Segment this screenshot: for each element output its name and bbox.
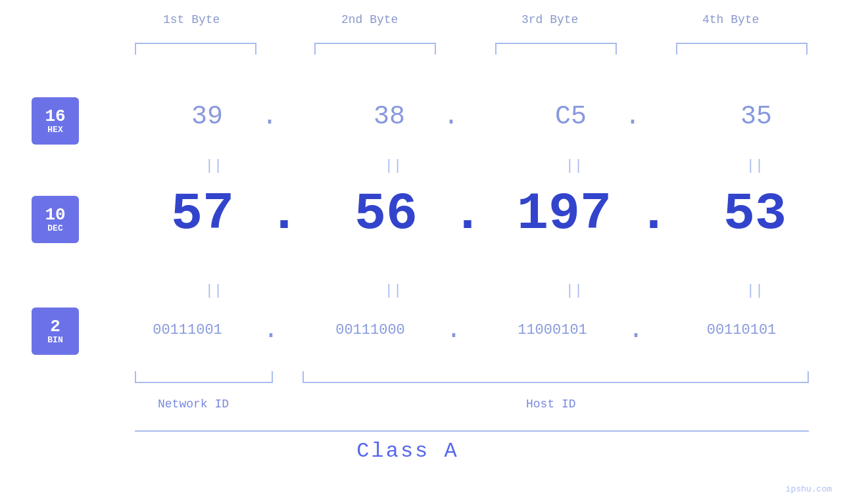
bin-dot-1: . <box>263 315 279 345</box>
eq-1: || <box>194 158 233 174</box>
bin-val-3: 11000101 <box>487 322 618 338</box>
top-bracket-3 <box>495 43 617 55</box>
hex-badge: 16 HEX <box>32 97 79 145</box>
eq-3: || <box>554 158 594 174</box>
hex-val-1: 39 <box>168 102 247 131</box>
eq-6: || <box>374 283 413 299</box>
hex-val-3: C5 <box>531 102 610 131</box>
bin-badge-number: 2 <box>50 318 60 335</box>
dec-dot-3: . <box>638 184 669 244</box>
dec-badge: 10 DEC <box>32 196 79 243</box>
class-label: Class A <box>0 439 815 463</box>
bin-val-1: 00111001 <box>122 322 253 338</box>
top-bracket-4 <box>676 43 808 55</box>
network-id-label: Network ID <box>158 398 229 411</box>
eq-8: || <box>735 283 775 299</box>
class-bracket <box>135 430 809 432</box>
eq-5: || <box>194 283 233 299</box>
bottom-bracket-host <box>302 371 809 383</box>
hex-dot-1: . <box>262 102 278 131</box>
byte-header-2: 2nd Byte <box>341 13 398 26</box>
dec-dot-2: . <box>452 184 483 244</box>
bin-badge-label: BIN <box>47 335 62 345</box>
eq-2: || <box>374 158 413 174</box>
hex-val-2: 38 <box>350 102 429 131</box>
top-bracket-2 <box>314 43 436 55</box>
dec-val-4: 53 <box>689 184 821 244</box>
bin-dot-2: . <box>446 315 462 345</box>
dec-dot-1: . <box>268 184 300 244</box>
footer-text: ipshu.com <box>786 484 832 494</box>
byte-header-3: 3rd Byte <box>521 13 578 26</box>
bin-dot-3: . <box>628 315 644 345</box>
hex-dot-3: . <box>625 102 640 131</box>
byte-header-1: 1st Byte <box>163 13 220 26</box>
dec-val-2: 56 <box>327 184 445 244</box>
eq-7: || <box>554 283 594 299</box>
bin-val-4: 00110101 <box>671 322 812 338</box>
host-id-label: Host ID <box>526 398 576 411</box>
dec-badge-number: 10 <box>45 206 65 223</box>
hex-badge-label: HEX <box>47 125 62 135</box>
hex-dot-2: . <box>443 102 459 131</box>
top-bracket-1 <box>135 43 256 55</box>
bin-val-2: 00111000 <box>304 322 436 338</box>
dec-val-1: 57 <box>143 184 262 244</box>
dec-val-3: 197 <box>498 184 630 244</box>
eq-4: || <box>735 158 775 174</box>
byte-header-4: 4th Byte <box>702 13 759 26</box>
main-layout: 1st Byte 2nd Byte 3rd Byte 4th Byte 16 H… <box>0 0 845 504</box>
bottom-bracket-network <box>135 371 273 383</box>
dec-badge-label: DEC <box>47 223 62 233</box>
hex-val-4: 35 <box>717 102 796 131</box>
bin-badge: 2 BIN <box>32 308 79 355</box>
hex-badge-number: 16 <box>45 108 65 125</box>
